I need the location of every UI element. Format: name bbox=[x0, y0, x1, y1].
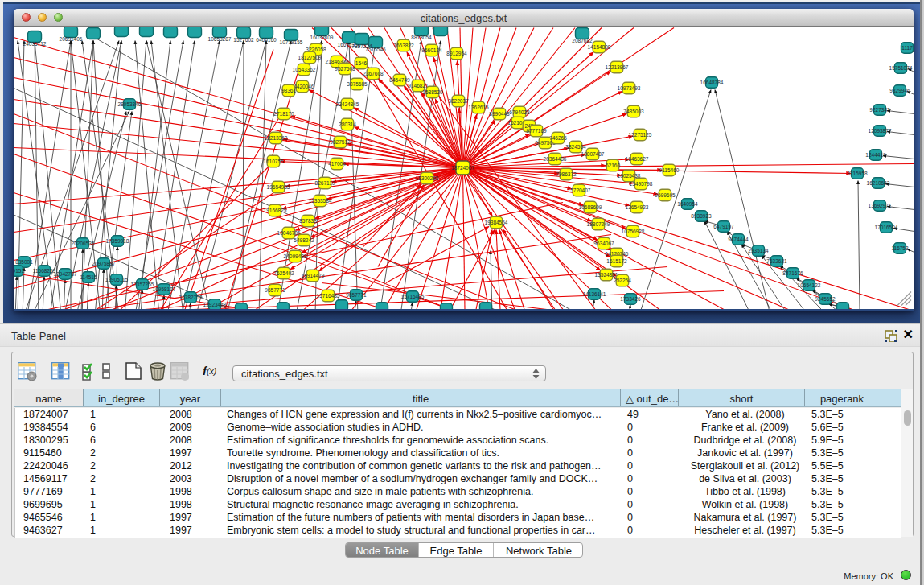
svg-text:23424845: 23424845 bbox=[336, 101, 359, 107]
svg-text:9827512: 9827512 bbox=[330, 139, 351, 145]
svg-text:2718170: 2718170 bbox=[273, 111, 294, 117]
svg-text:1546: 1546 bbox=[355, 60, 368, 66]
svg-text:9657771: 9657771 bbox=[346, 292, 367, 298]
svg-text:6794028: 6794028 bbox=[509, 109, 530, 115]
svg-text:2087682: 2087682 bbox=[572, 38, 593, 43]
svg-text:10807487: 10807487 bbox=[581, 151, 605, 157]
svg-text:16914479: 16914479 bbox=[302, 273, 325, 278]
svg-text:857833: 857833 bbox=[299, 218, 317, 224]
svg-text:13654923: 13654923 bbox=[626, 204, 649, 210]
svg-text:12213967: 12213967 bbox=[606, 64, 629, 70]
svg-text:98361: 98361 bbox=[281, 88, 296, 93]
svg-text:3824554: 3824554 bbox=[565, 144, 586, 150]
svg-text:1117: 1117 bbox=[901, 45, 913, 51]
svg-text:15716485: 15716485 bbox=[401, 294, 425, 299]
svg-text:7357224: 7357224 bbox=[351, 43, 372, 49]
svg-text:1610755: 1610755 bbox=[263, 159, 284, 164]
svg-text:7663822: 7663822 bbox=[393, 43, 414, 48]
svg-text:15720407: 15720407 bbox=[568, 187, 591, 193]
svg-text:39151: 39151 bbox=[14, 268, 24, 274]
svg-text:24055712: 24055712 bbox=[23, 41, 47, 47]
svg-text:5498242: 5498242 bbox=[294, 237, 314, 243]
svg-text:17359918: 17359918 bbox=[106, 238, 129, 244]
svg-text:1588520: 1588520 bbox=[422, 89, 443, 95]
svg-text:8267110: 8267110 bbox=[315, 180, 335, 186]
svg-text:8215958: 8215958 bbox=[847, 171, 868, 176]
svg-text:62160: 62160 bbox=[606, 163, 620, 168]
svg-text:10543362: 10543362 bbox=[293, 67, 316, 72]
svg-text:15716485: 15716485 bbox=[317, 293, 340, 299]
svg-text:8813054: 8813054 bbox=[411, 35, 432, 40]
svg-text:7632621: 7632621 bbox=[766, 258, 787, 264]
svg-text:12275125: 12275125 bbox=[629, 132, 652, 138]
svg-text:12905115: 12905115 bbox=[105, 277, 129, 282]
svg-text:13524851: 13524851 bbox=[595, 272, 618, 278]
svg-text:10025438: 10025438 bbox=[618, 173, 641, 179]
svg-text:16033809: 16033809 bbox=[310, 35, 334, 40]
svg-text:16210643: 16210643 bbox=[867, 180, 890, 186]
svg-text:10046706: 10046706 bbox=[277, 230, 301, 236]
svg-text:6479197: 6479197 bbox=[713, 224, 734, 229]
svg-text:20691406: 20691406 bbox=[60, 36, 83, 42]
svg-text:14154808: 14154808 bbox=[588, 44, 611, 50]
svg-text:10688609: 10688609 bbox=[579, 204, 602, 210]
svg-text:10653287: 10653287 bbox=[208, 36, 232, 42]
svg-text:9115460: 9115460 bbox=[659, 167, 680, 173]
svg-text:12093877: 12093877 bbox=[869, 128, 892, 134]
svg-text:18127509: 18127509 bbox=[298, 55, 322, 60]
svg-text:1362615: 1362615 bbox=[468, 105, 489, 110]
svg-text:1733426: 1733426 bbox=[620, 296, 641, 302]
svg-text:8454749: 8454749 bbox=[389, 77, 410, 83]
svg-text:9660124: 9660124 bbox=[421, 47, 442, 53]
svg-text:9527508: 9527508 bbox=[335, 66, 355, 72]
svg-text:835001: 835001 bbox=[15, 259, 33, 265]
svg-text:28053346: 28053346 bbox=[118, 101, 142, 107]
svg-text:9329946: 9329946 bbox=[889, 88, 910, 93]
svg-text:10958107: 10958107 bbox=[153, 286, 176, 292]
svg-text:114515: 114515 bbox=[80, 274, 97, 280]
svg-text:8938923: 8938923 bbox=[691, 213, 712, 219]
svg-text:10756928: 10756928 bbox=[622, 229, 645, 234]
svg-text:20975887: 20975887 bbox=[92, 261, 116, 266]
svg-text:1615172: 1615172 bbox=[606, 258, 627, 264]
svg-text:2367608: 2367608 bbox=[363, 71, 384, 76]
svg-text:8471676: 8471676 bbox=[782, 270, 803, 276]
svg-text:9657771: 9657771 bbox=[265, 287, 285, 293]
svg-text:18300295: 18300295 bbox=[416, 175, 439, 181]
svg-text:12923448: 12923448 bbox=[203, 302, 227, 307]
svg-text:280314: 280314 bbox=[339, 122, 356, 127]
svg-text:19384554: 19384554 bbox=[485, 220, 508, 225]
svg-text:10973493: 10973493 bbox=[618, 85, 641, 91]
svg-text:2935134: 2935134 bbox=[748, 248, 769, 253]
svg-text:15751074: 15751074 bbox=[889, 65, 913, 71]
svg-text:9699695: 9699695 bbox=[655, 192, 676, 198]
svg-text:8990448: 8990448 bbox=[489, 111, 510, 117]
svg-text:9245652: 9245652 bbox=[815, 296, 836, 302]
svg-text:10719155: 10719155 bbox=[280, 39, 303, 45]
svg-text:9474444: 9474444 bbox=[728, 237, 749, 242]
svg-text:20206536: 20206536 bbox=[72, 241, 95, 246]
svg-text:252254: 252254 bbox=[614, 278, 631, 283]
svg-text:17357255: 17357255 bbox=[131, 282, 154, 287]
svg-text:746266: 746266 bbox=[549, 135, 567, 141]
svg-text:8912954: 8912954 bbox=[446, 51, 467, 56]
svg-text:20364436: 20364436 bbox=[544, 156, 567, 162]
svg-text:11568259: 11568259 bbox=[33, 268, 56, 274]
svg-text:14136141: 14136141 bbox=[583, 291, 606, 297]
svg-text:13495798: 13495798 bbox=[630, 181, 653, 187]
svg-text:9146821: 9146821 bbox=[408, 83, 429, 89]
svg-text:18724007: 18724007 bbox=[451, 165, 474, 171]
svg-text:9634067: 9634067 bbox=[593, 241, 614, 246]
svg-text:7986372: 7986372 bbox=[556, 171, 577, 177]
svg-text:19166825: 19166825 bbox=[264, 208, 287, 213]
svg-text:9777169: 9777169 bbox=[526, 128, 547, 134]
svg-text:6466160: 6466160 bbox=[256, 37, 277, 43]
svg-text:13692971: 13692971 bbox=[869, 203, 892, 208]
svg-text:24099489: 24099489 bbox=[284, 253, 307, 259]
svg-text:16782759: 16782759 bbox=[179, 295, 203, 300]
svg-text:19654985: 19654985 bbox=[267, 184, 290, 190]
svg-text:10654122: 10654122 bbox=[798, 282, 821, 288]
svg-text:16648784: 16648784 bbox=[700, 80, 724, 85]
svg-text:3875685: 3875685 bbox=[347, 81, 368, 87]
svg-text:116753: 116753 bbox=[891, 245, 909, 251]
